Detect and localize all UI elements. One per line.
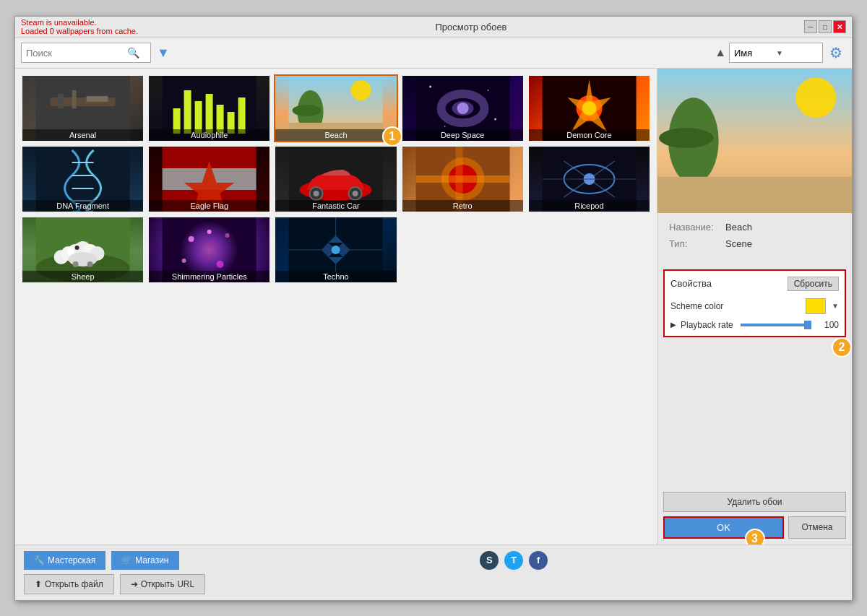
- reset-button[interactable]: Сбросить: [788, 277, 839, 291]
- grid-item-fantasticcar[interactable]: Fantastic Car: [274, 145, 397, 213]
- grid-item-sheep[interactable]: Sheep: [21, 216, 144, 284]
- svg-point-82: [332, 246, 340, 254]
- grid-item-retro[interactable]: Retro: [401, 145, 525, 213]
- social-icons: S T f: [480, 551, 548, 570]
- bottom-row-1: 🔧 Мастерская 🛒 Магазин S T f: [24, 551, 843, 570]
- preview-image: [657, 69, 852, 213]
- grid-label-shimmer: Shimmering Particles: [149, 271, 269, 282]
- grid-item-demoncore[interactable]: Demon Core: [527, 74, 651, 142]
- svg-point-22: [429, 85, 431, 87]
- ok-cancel-row: OK Отмена 3: [663, 516, 846, 539]
- grid-item-beach[interactable]: Beach 1: [274, 74, 397, 142]
- properties-title: Свойства: [670, 278, 712, 289]
- playback-slider[interactable]: [741, 324, 811, 326]
- settings-button[interactable]: ⚙: [826, 43, 846, 63]
- grid-item-deepspace[interactable]: Deep Space: [401, 74, 525, 142]
- open-url-button[interactable]: ➜ Открыть URL: [120, 574, 205, 594]
- maximize-button[interactable]: □: [819, 20, 832, 33]
- svg-rect-12: [238, 97, 246, 134]
- playback-play-icon[interactable]: ▶: [670, 321, 676, 329]
- grid-area: Arsenal A: [15, 69, 657, 545]
- grid-label-eagleflag: Eagle Flag: [149, 200, 269, 212]
- svg-rect-9: [206, 94, 213, 134]
- svg-rect-4: [87, 96, 108, 102]
- status-area: Steam is unavailable. Loaded 0 wallpaper…: [21, 18, 138, 35]
- grid-item-ricepod[interactable]: Ricepod: [527, 145, 651, 213]
- delete-wallpaper-button[interactable]: Удалить обои: [663, 492, 846, 512]
- wrench-icon: 🔧: [34, 555, 45, 565]
- grid-label-deepspace: Deep Space: [402, 129, 523, 141]
- sort-direction-icon[interactable]: ▲: [715, 46, 726, 59]
- toolbar: 🔍 ▼ ▲ Имя ▼ ⚙: [15, 38, 852, 69]
- sort-dropdown-arrow: ▼: [776, 49, 818, 57]
- main-content: Arsenal A: [15, 69, 852, 545]
- shop-button[interactable]: 🛒 Магазин: [111, 551, 178, 570]
- grid-label-beach: Beach: [275, 129, 396, 141]
- status-line1: Steam is unavailable.: [21, 18, 138, 27]
- right-bottom-buttons: Удалить обои OK Отмена 3: [657, 486, 852, 545]
- workshop-button[interactable]: 🔧 Мастерская: [24, 551, 105, 570]
- arrow-icon: ➜: [131, 579, 138, 589]
- svg-point-25: [444, 126, 445, 127]
- open-file-label: Открыть файл: [45, 579, 103, 589]
- ok-button[interactable]: OK: [663, 516, 784, 539]
- open-file-button[interactable]: ⬆ Открыть файл: [24, 574, 114, 594]
- bottom-row-2: ⬆ Открыть файл ➜ Открыть URL: [24, 574, 843, 594]
- close-button[interactable]: ✕: [833, 20, 846, 33]
- svg-rect-3: [72, 90, 77, 108]
- upload-icon: ⬆: [35, 579, 42, 589]
- svg-point-29: [582, 101, 596, 116]
- twitter-icon[interactable]: T: [504, 551, 523, 570]
- svg-point-23: [487, 90, 488, 91]
- right-panel: Название: Beach Тип: Scene Свойства Сбро…: [657, 69, 852, 545]
- grid-label-ricepod: Ricepod: [529, 200, 650, 212]
- type-value: Scene: [725, 238, 752, 249]
- grid-item-dnafragment[interactable]: DNA Fragment: [21, 145, 144, 213]
- svg-point-73: [225, 233, 230, 238]
- svg-point-21: [457, 103, 468, 114]
- steam-icon[interactable]: S: [480, 551, 499, 570]
- search-box[interactable]: 🔍: [21, 43, 151, 63]
- info-section: Название: Beach Тип: Scene: [657, 213, 852, 264]
- grid-item-eagleflag[interactable]: Eagle Flag: [147, 145, 271, 213]
- status-line2: Loaded 0 wallpapers from cache.: [21, 27, 138, 35]
- badge-2: 2: [832, 337, 852, 357]
- playback-row: ▶ Playback rate 100: [670, 320, 839, 330]
- search-input[interactable]: [26, 48, 127, 58]
- svg-point-24: [494, 118, 496, 120]
- color-swatch[interactable]: [806, 298, 826, 314]
- playback-value: 100: [819, 320, 839, 330]
- shop-label: Магазин: [135, 555, 168, 565]
- slider-fill: [741, 324, 808, 326]
- name-label: Название:: [669, 222, 720, 233]
- bottom-bar: 🔧 Мастерская 🛒 Магазин S T f ⬆ Открыть ф…: [15, 545, 852, 600]
- color-dropdown-arrow[interactable]: ▼: [832, 302, 839, 310]
- main-window: Steam is unavailable. Loaded 0 wallpaper…: [14, 16, 853, 601]
- grid-item-audiophile[interactable]: Audiophile: [147, 74, 271, 142]
- grid-label-demoncore: Demon Core: [529, 129, 650, 141]
- grid-label-retro: Retro: [402, 200, 523, 212]
- window-title: Просмотр обоев: [436, 22, 507, 32]
- grid-item-shimmer[interactable]: Shimmering Particles: [147, 216, 271, 284]
- sort-dropdown[interactable]: Имя ▼: [729, 43, 823, 63]
- svg-point-75: [182, 259, 186, 263]
- grid-label-dnafragment: DNA Fragment: [22, 200, 143, 212]
- grid-item-techno[interactable]: Techno: [274, 216, 397, 284]
- playback-label: Playback rate: [681, 320, 733, 330]
- name-value: Beach: [725, 222, 752, 233]
- search-icon: 🔍: [127, 47, 139, 58]
- workshop-label: Мастерская: [48, 555, 95, 565]
- svg-point-90: [659, 128, 714, 148]
- wallpaper-grid: Arsenal A: [21, 74, 651, 284]
- grid-label-techno: Techno: [275, 271, 396, 282]
- grid-item-arsenal[interactable]: Arsenal: [21, 74, 144, 142]
- grid-label-sheep: Sheep: [22, 271, 143, 282]
- minimize-button[interactable]: ─: [804, 20, 817, 33]
- sort-dropdown-value: Имя: [734, 48, 776, 58]
- filter-icon[interactable]: ▼: [157, 45, 170, 61]
- cancel-button[interactable]: Отмена: [788, 516, 846, 539]
- svg-point-14: [351, 80, 371, 100]
- svg-rect-7: [184, 90, 191, 134]
- facebook-icon[interactable]: f: [529, 551, 548, 570]
- badge-3: 3: [745, 529, 765, 545]
